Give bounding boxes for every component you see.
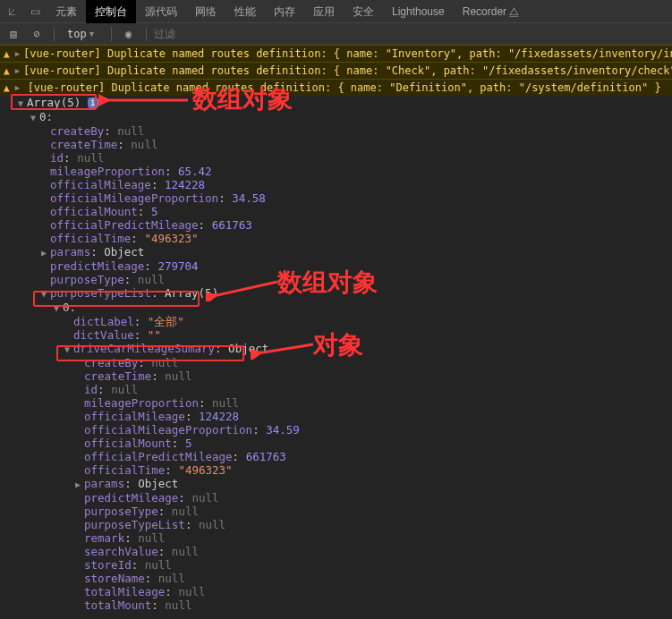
warning-text: [vue-router] Duplicate named routes defi… [23,47,672,60]
prop-key: params [50,245,90,259]
prop-key: searchValue [84,545,158,558]
prop-value: null [191,491,218,505]
sidebar-toggle-icon[interactable]: ▤ [4,25,23,43]
prop-key: params [84,477,124,490]
prop-value: 5 [185,437,192,450]
prop-key: officialTime [50,232,131,245]
index-label: 0: [39,110,53,123]
expand-icon[interactable]: ▶ [41,246,50,259]
prop-value: null [151,356,178,369]
prop-value: null [77,151,104,165]
prop-value: 34.58 [232,191,266,205]
prop-key: officialPredictMileage [84,450,233,463]
prop-key: dictValue [73,328,134,342]
prop-key: dictLabel [73,315,134,328]
info-badge-icon[interactable]: i [88,98,98,108]
prop-value: null [111,383,138,396]
prop-key: officialMount [50,205,138,218]
divider [54,27,55,41]
prop-key: purposeType [50,273,124,286]
tab-performance[interactable]: 性能 [225,0,265,23]
prop-value: "全部" [148,315,184,328]
prop-key: officialMileageProportion [50,191,218,205]
collapse-icon[interactable]: ▼ [64,343,73,356]
prop-value[interactable]: Object [138,477,178,490]
prop-key: officialMileage [50,178,151,191]
prop-key: purposeTypeList [84,518,185,531]
array-label[interactable]: Array(5) [27,96,81,109]
warning-text: [vue-router] Duplicate named routes defi… [23,64,672,77]
prop-key: totalMount [84,598,151,612]
prop-value: null [158,572,185,585]
prop-value[interactable]: Object [228,342,268,355]
tab-application[interactable]: 应用 [304,0,344,23]
prop-key: mileageProportion [50,165,165,178]
collapse-icon[interactable]: ▼ [41,287,50,301]
prop-value[interactable]: Object [104,245,144,259]
prop-key: createBy [84,356,138,369]
tab-elements[interactable]: 元素 [47,0,86,23]
prop-value: 124228 [199,410,239,423]
expand-icon[interactable]: ▶ [15,83,24,92]
index-label: 0: [63,301,76,314]
collapse-icon[interactable]: ▼ [54,301,63,315]
prop-key: totalMileage [84,585,165,598]
tab-network[interactable]: 网络 [186,0,225,23]
tab-console[interactable]: 控制台 [86,0,136,23]
expand-icon[interactable]: ▶ [75,478,84,491]
filter-input[interactable] [154,28,225,40]
prop-key: driveCarMileageSumary [73,342,215,355]
prop-value: null [165,369,191,383]
prop-value: 34.59 [266,423,300,437]
warning-text: [vue-router] Duplicate named routes defi… [28,81,661,94]
prop-value: 279704 [157,259,198,273]
prop-value: null [199,518,225,531]
console-warning-row: ▲ ▶ [vue-router] Duplicate named routes … [0,62,672,79]
console-warning-row: ▲ ▶ [vue-router] Duplicate named routes … [0,79,672,96]
device-toggle-icon[interactable]: ▭ [23,0,47,23]
tab-lighthouse[interactable]: Lighthouse [383,0,454,23]
prop-key: purposeType [84,505,158,518]
inspect-icon[interactable]: ⟀ [0,0,23,23]
tab-memory[interactable]: 内存 [265,0,304,23]
prop-key: officialMileage [84,410,185,423]
prop-value: 65.42 [178,165,212,178]
prop-key: id [84,383,98,396]
prop-key: storeName [84,572,145,585]
prop-value[interactable]: Array(5) [165,286,218,300]
prop-value: "496323" [178,463,232,477]
tab-sources[interactable]: 源代码 [136,0,186,23]
prop-value: 661763 [212,218,252,232]
prop-key: officialTime [84,463,165,477]
prop-value: "" [148,328,161,342]
tab-recorder[interactable]: Recorder ⧋ [454,0,529,23]
prop-value: "496323" [144,232,198,245]
prop-value: null [172,505,199,518]
collapse-icon[interactable]: ▼ [18,97,27,110]
warning-icon: ▲ [4,48,10,60]
prop-key: officialMount [84,437,172,450]
prop-value: 661763 [246,450,286,463]
live-expression-icon[interactable]: ◉ [119,25,139,43]
prop-value: null [172,545,199,558]
collapse-icon[interactable]: ▼ [30,111,39,124]
prop-value: 124228 [165,178,205,191]
expand-icon[interactable]: ▶ [15,49,20,58]
warning-icon: ▲ [4,65,10,77]
prop-value: null [117,124,144,138]
prop-value: null [165,598,191,612]
prop-key: officialPredictMileage [50,218,199,232]
devtools-tabbar: ⟀ ▭ 元素 控制台 源代码 网络 性能 内存 应用 安全 Lighthouse… [0,0,672,23]
clear-console-icon[interactable]: ⊘ [27,25,47,43]
prop-value: null [138,531,165,545]
prop-key: remark [84,531,124,545]
console-toolbar: ▤ ⊘ top▼ ◉ [0,23,672,45]
context-selector[interactable]: top▼ [62,28,104,40]
console-warning-row: ▲ ▶ [vue-router] Duplicate named routes … [0,45,672,62]
expand-icon[interactable]: ▶ [15,66,20,75]
divider [111,27,112,41]
tab-security[interactable]: 安全 [344,0,383,23]
prop-key: id [50,151,64,165]
prop-value: null [145,558,172,572]
prop-value: null [138,273,165,286]
